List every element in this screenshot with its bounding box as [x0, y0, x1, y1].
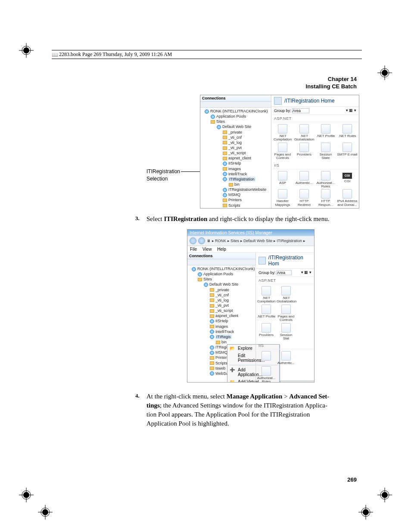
feature-item[interactable]: HTTP Redirect: [294, 189, 314, 207]
window-title: Internet Information Services (IIS) Mana…: [190, 230, 272, 235]
tree-node[interactable]: _vti_script: [228, 151, 246, 155]
feature-item[interactable]: Authorizat... Rules: [257, 366, 276, 383]
feature-item[interactable]: .NET Compilation: [257, 286, 276, 304]
step-bold: ITIRegistration: [164, 215, 207, 222]
breadcrumb-item[interactable]: Sites: [230, 239, 239, 243]
tree-node-itiregistration[interactable]: ITIRegistration: [228, 177, 255, 181]
tree-root[interactable]: RONK (INTELLITRACKINC\ronk): [210, 109, 268, 113]
step-text: Select: [146, 215, 164, 222]
tree-node[interactable]: bin: [234, 182, 240, 187]
aspnet-section-header: ASP.NET: [271, 115, 359, 122]
menu-view[interactable]: View: [202, 247, 212, 252]
breadcrumb-item[interactable]: Default Web Site: [243, 239, 272, 243]
callout-line2: Selection: [146, 175, 180, 183]
feature-item[interactable]: .NET Roles: [337, 124, 358, 142]
tree-node[interactable]: _vti_log: [215, 298, 229, 302]
tree-node[interactable]: IntelliTrack: [228, 172, 247, 176]
step-text: tion Pool appears. The Application Pool …: [146, 411, 310, 418]
tree-node[interactable]: ITRegistrationWebsite: [228, 187, 266, 192]
aspnet-feature-grid: .NET Compilation .NET Globalization .NET…: [256, 284, 314, 342]
feature-item[interactable]: Session Stat: [277, 323, 296, 341]
connections-toolbar: [200, 102, 271, 108]
tree-node[interactable]: aspnet_client: [228, 156, 251, 160]
group-by-select[interactable]: [277, 270, 292, 275]
tree-node[interactable]: images: [228, 167, 241, 171]
tree-node[interactable]: _vti_cnf: [228, 135, 242, 140]
tree-node[interactable]: _private: [228, 130, 242, 134]
step-bold: Manage Application: [227, 393, 283, 400]
tree-apppools[interactable]: Application Pools: [216, 114, 246, 118]
tree-node[interactable]: images: [215, 324, 228, 329]
tree-node[interactable]: MSMQ: [228, 193, 240, 197]
feature-item[interactable]: .NET Globalization: [277, 286, 296, 304]
iis-feature-grid: Authentic... Authorizat... Rules: [256, 349, 314, 383]
feature-item[interactable]: Providers: [294, 143, 314, 160]
tree-node[interactable]: _vti_cnf: [215, 293, 229, 297]
tree-default-site[interactable]: Default Web Site: [222, 124, 251, 129]
feature-item[interactable]: .NET Profile: [315, 124, 336, 142]
tree-root[interactable]: RONK (INTELLITRACKINC\ronk): [197, 267, 255, 271]
tree-node[interactable]: _private: [215, 288, 229, 292]
feature-item[interactable]: Authentic...: [277, 351, 296, 365]
tree-node[interactable]: Scripts: [228, 203, 240, 208]
book-icon: 📖: [52, 52, 58, 58]
tree-node[interactable]: MSMQ: [215, 350, 227, 355]
tree-node[interactable]: bin: [221, 340, 227, 344]
group-by-select[interactable]: [292, 108, 309, 113]
tree-node[interactable]: _vti_pvt: [215, 303, 229, 308]
feature-item[interactable]: .NET Profile: [257, 305, 276, 322]
tree-node[interactable]: _vti_log: [228, 140, 242, 145]
tree-apppools[interactable]: Application Pools: [203, 272, 233, 276]
registration-mark-icon: [38, 505, 53, 520]
feature-item[interactable]: Pages and Controls: [277, 305, 296, 322]
book-header-text: 2283.book Page 269 Thursday, July 9, 200…: [59, 51, 172, 57]
feature-item[interactable]: Pages and Controls: [272, 143, 293, 160]
menu-help[interactable]: Help: [217, 247, 226, 252]
feature-item[interactable]: ASP: [272, 171, 293, 189]
feature-item[interactable]: HTTP Respon...: [315, 189, 336, 207]
step-number: 3.: [135, 215, 140, 222]
feature-item[interactable]: IPv4 Address and Domai...: [337, 189, 358, 207]
breadcrumb-item[interactable]: RONK: [215, 239, 226, 243]
breadcrumb-item[interactable]: ITIRegistration: [277, 239, 302, 243]
tree-node[interactable]: _vti_pvt: [228, 146, 242, 150]
registration-mark-icon: [377, 488, 392, 502]
aspnet-section-header: ASP.NET: [256, 277, 314, 284]
sites-icon: [211, 120, 215, 124]
feature-item[interactable]: Providers: [257, 323, 276, 341]
feature-item[interactable]: Authentic...: [294, 171, 314, 189]
tree-node[interactable]: IISHelp: [228, 161, 241, 165]
feature-item[interactable]: Authorizat... Rules: [315, 171, 336, 189]
tree-node[interactable]: Scripts: [215, 361, 227, 365]
tree-sites[interactable]: Sites: [203, 277, 212, 281]
tree-node[interactable]: IISHelp: [215, 319, 228, 323]
tree-node[interactable]: aspnet_client: [215, 314, 238, 318]
back-button[interactable]: [190, 237, 196, 244]
tree-node[interactable]: _vti_script: [215, 308, 233, 313]
tree-default-site[interactable]: Default Web Site: [209, 282, 238, 286]
apppools-icon: [211, 115, 215, 119]
connections-pane-title: Connections: [187, 253, 255, 259]
server-icon: [205, 109, 209, 114]
home-icon: [258, 257, 266, 264]
group-by-row: Group by: ▾ ▦ ▾: [256, 269, 314, 277]
feature-item[interactable]: CGICGI: [337, 171, 358, 189]
feature-item[interactable]: .NET Globalization: [294, 124, 314, 142]
iis-manager-screenshot-2: Internet Information Services (IIS) Mana…: [187, 229, 314, 383]
forward-button[interactable]: [198, 237, 205, 244]
tree-sites[interactable]: Sites: [216, 119, 225, 124]
step-text: >: [282, 393, 289, 400]
feature-item[interactable]: SMTP E-mail: [337, 143, 358, 160]
feature-item[interactable]: [257, 351, 276, 365]
menu-file[interactable]: File: [190, 247, 197, 252]
tree-node-itiregistration[interactable]: ITIRegis: [215, 335, 232, 339]
tree-node[interactable]: IntelliTrack: [215, 330, 234, 334]
tree-node[interactable]: tsweb: [215, 366, 226, 370]
connections-tree[interactable]: RONK (INTELLITRACKINC\ronk) Application …: [200, 108, 271, 208]
tree-node[interactable]: Printers: [228, 198, 242, 202]
feature-item[interactable]: Handler Mappings: [272, 189, 293, 207]
connections-pane-title: Connections: [200, 95, 271, 102]
feature-item[interactable]: Session State: [315, 143, 336, 160]
feature-item[interactable]: .NET Compilation: [272, 124, 293, 142]
feature-view-title: /ITIRegistration Home: [284, 98, 335, 104]
